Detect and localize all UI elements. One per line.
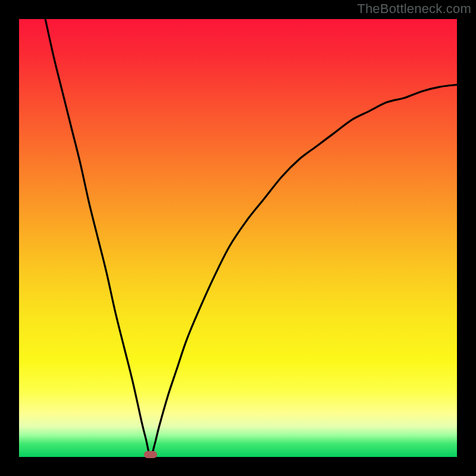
watermark-text: TheBottleneck.com: [357, 1, 471, 17]
minimum-marker: [144, 451, 157, 458]
chart-frame: TheBottleneck.com: [0, 0, 476, 476]
plot-area: [19, 19, 457, 457]
bottleneck-curve: [19, 19, 457, 457]
